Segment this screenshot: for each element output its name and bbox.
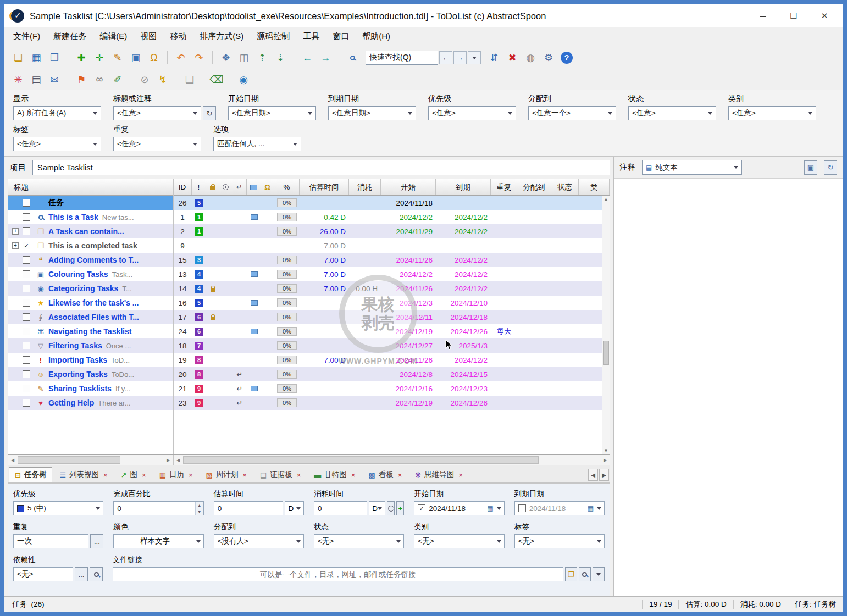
paste-link-button[interactable]: ∞ (91, 71, 108, 88)
menu-item[interactable]: 编辑(E) (99, 31, 127, 42)
calendar-icon[interactable]: ▦ (588, 504, 594, 512)
task-checkbox[interactable] (23, 199, 30, 207)
dependency-edit-button[interactable]: ... (75, 567, 88, 581)
file-link-browse-button[interactable]: ❐ (565, 567, 577, 581)
task-row[interactable]: ★Likewise for the task's ...1650%2024/12… (8, 296, 610, 310)
redo-button[interactable]: ↷ (191, 49, 207, 66)
filter-due-date[interactable]: <任意日期> (328, 106, 416, 120)
quick-find-input[interactable] (366, 51, 438, 65)
scroll-thumb[interactable] (183, 456, 539, 464)
column-header-spent[interactable]: 消耗 (349, 179, 381, 195)
percent-input[interactable] (113, 501, 203, 515)
filter-priority[interactable]: <任意> (428, 106, 516, 120)
close-button[interactable]: ✕ (816, 8, 833, 24)
task-row[interactable]: ∮Associated Files with T...1760%2024/12/… (8, 310, 610, 324)
comments-refresh-button[interactable]: ↻ (824, 160, 837, 175)
column-header-title[interactable]: 标题 (8, 179, 173, 195)
start-date-value[interactable]: 2024/11/18 (429, 504, 484, 513)
due-date-checkbox[interactable] (518, 504, 526, 512)
scroll-left-arrow[interactable]: ◀ (8, 458, 17, 463)
tab-chart[interactable]: ↗图× (115, 467, 152, 482)
column-header-start[interactable]: 开始 (381, 179, 436, 195)
menu-item[interactable]: 窗口 (333, 31, 349, 42)
protect-button[interactable]: ◍ (522, 49, 539, 66)
dependency-combo[interactable]: <无> (13, 567, 73, 581)
send-tasks-button[interactable]: ⚑ (73, 71, 90, 88)
tab-weekplan[interactable]: ▧周计划× (200, 467, 253, 482)
notes-button[interactable]: ❑ (181, 71, 198, 88)
column-header-due[interactable]: 到期 (436, 179, 491, 195)
filter-category[interactable]: <任意> (728, 106, 816, 120)
close-tab-button[interactable]: × (458, 471, 463, 479)
reminder-button[interactable]: Ω (146, 49, 162, 66)
tags-combo[interactable]: <无> (514, 534, 605, 548)
task-checkbox[interactable] (23, 342, 30, 349)
menu-item[interactable]: 文件(F) (13, 31, 40, 42)
scroll-up-arrow[interactable]: ▲ (602, 196, 610, 203)
task-checkbox[interactable] (23, 227, 30, 235)
stamp-button[interactable]: ✐ (109, 71, 126, 88)
scroll-right-arrow[interactable]: ▶ (164, 458, 173, 463)
new-task-button[interactable]: ✚ (73, 49, 90, 66)
spent-input[interactable] (314, 501, 367, 515)
start-date-checkbox[interactable]: ✓ (418, 504, 425, 512)
forward-button[interactable]: → (317, 49, 334, 66)
task-row[interactable]: ☺Exporting TasksToDo...208↵0%2024/12/820… (8, 367, 610, 381)
filter-tag[interactable]: <任意> (13, 137, 101, 151)
cleanup-button[interactable]: ⌫ (208, 71, 225, 88)
estimate-input[interactable] (214, 501, 284, 515)
preferences-button[interactable]: ⚙ (540, 49, 557, 66)
column-header-clock[interactable] (219, 179, 232, 195)
column-header-pri[interactable]: ! (192, 179, 206, 195)
filter-start-date[interactable]: <任意日期> (228, 106, 316, 120)
save-all-button[interactable]: ❐ (46, 49, 63, 66)
filter-recurrence[interactable]: <任意> (113, 137, 201, 151)
cancel-button[interactable]: ⊘ (136, 71, 153, 88)
help-button[interactable]: ? (561, 52, 573, 64)
comments-editor[interactable] (614, 179, 843, 596)
task-checkbox[interactable] (23, 370, 30, 378)
task-checkbox[interactable] (23, 399, 30, 407)
task-checkbox[interactable]: ✓ (23, 242, 30, 249)
task-row[interactable]: !Importing TasksToD...1980%7.00 D2024/11… (8, 353, 610, 367)
edit-task-button[interactable]: ✎ (109, 49, 126, 66)
column-header-bell[interactable]: Ω (261, 179, 274, 195)
tab-listview[interactable]: ☰列表视图× (53, 467, 113, 482)
status-combo[interactable]: <无> (314, 534, 404, 548)
task-row[interactable]: This is a TaskNew tas...110%0.42 D2024/1… (8, 210, 610, 224)
column-header-id[interactable]: ID (173, 179, 192, 195)
task-checkbox[interactable] (23, 285, 30, 292)
category-combo[interactable]: <无> (414, 534, 504, 548)
minimize-button[interactable]: ─ (755, 8, 771, 24)
close-tab-button[interactable]: × (142, 471, 146, 479)
tab-mindmap[interactable]: ❋思维导图× (409, 467, 469, 482)
close-tab-button[interactable]: × (297, 471, 301, 479)
close-tab-button[interactable]: × (189, 471, 193, 479)
tab-kanban[interactable]: ▩看板× (362, 467, 408, 482)
spin-down-icon[interactable]: ▼ (196, 508, 203, 515)
open-tasklist-button[interactable]: ❏ (10, 49, 26, 66)
column-header-lock[interactable] (206, 179, 219, 195)
save-tasklist-button[interactable]: ▦ (28, 49, 45, 66)
menu-item[interactable]: 视图 (140, 31, 157, 42)
task-checkbox[interactable] (23, 356, 30, 364)
menu-item[interactable]: 工具 (303, 31, 319, 42)
file-link-dropdown[interactable] (593, 567, 605, 581)
file-link-input[interactable] (113, 567, 563, 581)
task-row[interactable]: ▣Colouring TasksTask...1340%7.00 D2024/1… (8, 267, 610, 281)
column-header-assign[interactable]: 分配到 (517, 179, 551, 195)
spin-up-icon[interactable]: ▲ (196, 502, 203, 508)
back-button[interactable]: ← (299, 49, 315, 66)
menu-item[interactable]: 排序方式(S) (200, 31, 243, 42)
scroll-track[interactable] (17, 455, 164, 465)
task-row[interactable]: ▽Filtering TasksOnce ...1870%2024/12/272… (8, 338, 610, 353)
menu-item[interactable]: 源码控制 (257, 31, 290, 42)
task-checkbox[interactable] (23, 299, 30, 307)
column-header-file[interactable] (247, 179, 261, 195)
scroll-track[interactable] (182, 455, 601, 465)
task-row[interactable]: ◉Categorizing TasksT...1440%7.00 D0.00 H… (8, 281, 610, 296)
priority-combo[interactable]: 5 (中) (13, 501, 103, 515)
sort-button[interactable]: ⇵ (486, 49, 502, 66)
task-checkbox[interactable] (23, 313, 30, 321)
comments-format-combo[interactable]: ▤ 纯文本 (642, 160, 742, 175)
